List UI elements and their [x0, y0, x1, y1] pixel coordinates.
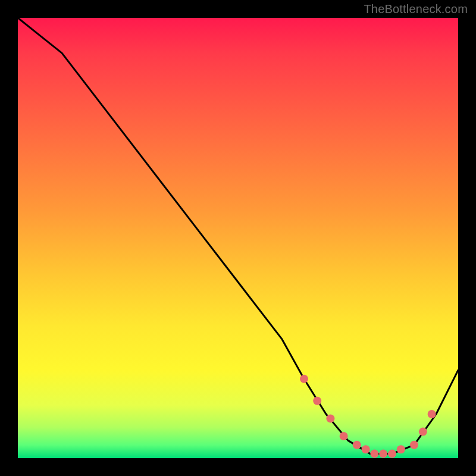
bottleneck-curve	[18, 18, 458, 454]
plot-area	[18, 18, 458, 458]
marker-point	[326, 414, 334, 422]
marker-point	[300, 375, 308, 383]
marker-point	[428, 410, 436, 418]
optimal-range-markers	[300, 375, 436, 458]
attribution-label: TheBottleneck.com	[364, 2, 468, 16]
chart-stage: TheBottleneck.com	[0, 0, 476, 476]
curve-layer	[18, 18, 458, 458]
marker-point	[388, 450, 396, 458]
marker-point	[379, 450, 387, 458]
marker-point	[340, 432, 348, 440]
marker-point	[353, 441, 361, 449]
marker-point	[419, 428, 427, 436]
marker-point	[362, 445, 370, 453]
marker-point	[410, 441, 418, 449]
marker-point	[313, 397, 321, 405]
marker-point	[397, 445, 405, 453]
marker-point	[370, 450, 378, 458]
